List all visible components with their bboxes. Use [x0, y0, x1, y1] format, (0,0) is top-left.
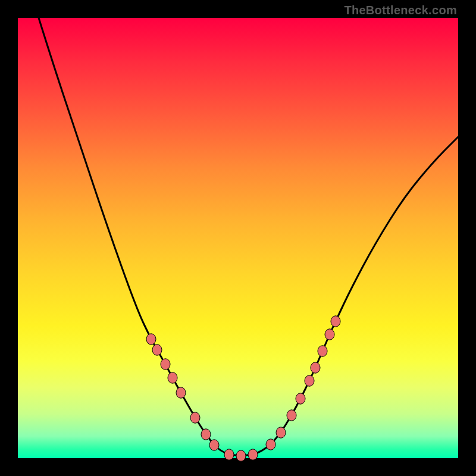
data-marker — [176, 387, 186, 398]
data-marker — [266, 439, 275, 450]
data-marker — [161, 359, 170, 369]
data-marker — [325, 329, 334, 340]
data-marker — [305, 375, 314, 386]
data-marker — [331, 316, 340, 327]
data-marker — [224, 449, 234, 460]
chart-frame: TheBottleneck.com — [0, 0, 476, 476]
data-marker — [296, 393, 305, 404]
chart-svg — [18, 18, 458, 458]
data-marker — [248, 449, 258, 460]
plot-area — [18, 18, 458, 458]
data-marker — [311, 362, 320, 373]
data-marker — [236, 450, 246, 461]
data-marker — [318, 346, 327, 356]
data-marker — [287, 410, 296, 421]
data-marker — [168, 372, 177, 383]
data-marker — [146, 334, 156, 345]
data-marker — [190, 412, 200, 423]
watermark-text: TheBottleneck.com — [344, 4, 457, 17]
data-marker — [152, 345, 162, 355]
bottleneck-curve — [39, 18, 458, 456]
data-marker — [276, 427, 286, 438]
markers-group — [146, 316, 340, 461]
data-marker — [209, 440, 219, 450]
data-marker — [201, 429, 211, 440]
